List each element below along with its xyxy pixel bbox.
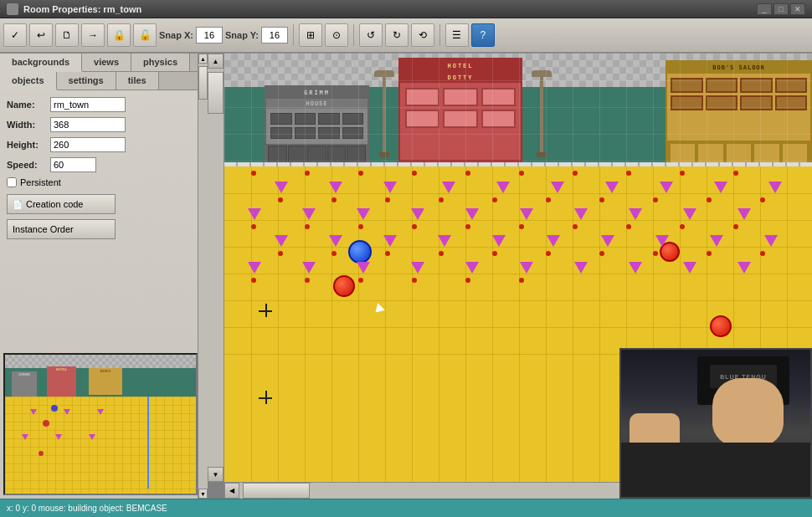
tri-r4-8 xyxy=(629,262,642,274)
buildings-container: GRIMM HOUSE xyxy=(224,54,812,166)
grimm-sign2: HOUSE xyxy=(266,99,367,109)
dot-r2-9 xyxy=(680,224,685,229)
flip-button[interactable]: ⟲ xyxy=(411,23,434,47)
tab-tiles[interactable]: tiles xyxy=(116,72,159,90)
name-row: Name: xyxy=(7,97,199,112)
rotate-left-button[interactable]: ↺ xyxy=(359,23,383,47)
dot-r2-3 xyxy=(358,224,363,229)
tri-r3-7 xyxy=(601,235,614,247)
snap-x-label: Snap X: xyxy=(159,30,193,40)
width-row: Width: xyxy=(7,117,199,132)
arrow-button[interactable]: → xyxy=(81,23,105,47)
window-controls[interactable]: _ □ ✕ xyxy=(757,3,805,15)
dot-r3-8 xyxy=(653,251,658,256)
tri-r2-4 xyxy=(411,208,424,220)
scroll-thumb-h[interactable] xyxy=(243,483,310,499)
dot-r4-1 xyxy=(251,278,256,283)
persistent-row: Persistent xyxy=(7,177,199,187)
canvas-scrollbar-v[interactable]: ▲ ▼ xyxy=(208,54,224,482)
separator-3 xyxy=(439,24,440,46)
status-text: x: 0 y: 0 mouse: building object: BEMCAS… xyxy=(7,504,167,513)
instance-order-label: Instance Order xyxy=(13,224,74,234)
dot-r2-6 xyxy=(519,224,524,229)
checkmark-button[interactable]: ✓ xyxy=(3,23,27,47)
dot-5 xyxy=(465,171,470,176)
help-button[interactable]: ? xyxy=(471,23,495,47)
person-body xyxy=(621,443,810,497)
close-button[interactable]: ✕ xyxy=(790,3,805,15)
webcam-person: BLUE TENGU xyxy=(621,350,810,497)
dot-r2-10 xyxy=(733,224,738,229)
maximize-button[interactable]: □ xyxy=(773,3,789,15)
tab-backgrounds[interactable]: backgrounds xyxy=(0,54,82,72)
statusbar: x: 0 y: 0 mouse: building object: BEMCAS… xyxy=(0,499,812,517)
tab-settings[interactable]: settings xyxy=(57,72,116,90)
tri-r2-1 xyxy=(248,208,261,220)
dot-r3-7 xyxy=(599,251,604,256)
name-input[interactable] xyxy=(50,97,126,112)
scroll-left-arrow[interactable]: ◀ xyxy=(224,483,239,499)
dot-r3 xyxy=(385,197,390,202)
tri-10 xyxy=(768,182,782,193)
tri-9 xyxy=(714,182,727,193)
saloon-sign: BOB'S SALOON xyxy=(667,62,810,74)
list-button[interactable]: ☰ xyxy=(445,23,469,47)
dot-r10 xyxy=(760,197,765,202)
width-label: Width: xyxy=(7,120,50,130)
tri-r3-6 xyxy=(547,235,560,247)
minimize-button[interactable]: _ xyxy=(757,3,772,15)
undo-button[interactable]: ↩ xyxy=(29,23,53,47)
canvas-area[interactable]: GRIMM HOUSE xyxy=(208,54,812,499)
snap-x-input[interactable] xyxy=(196,27,223,44)
new-button[interactable]: 🗋 xyxy=(55,23,79,47)
tri-4 xyxy=(442,182,455,193)
dot-r7 xyxy=(599,197,604,202)
instance-order-button[interactable]: Instance Order xyxy=(7,219,116,239)
grid-h-4 xyxy=(224,274,812,274)
grid-v-13 xyxy=(573,166,573,482)
dot-r3-5 xyxy=(492,251,497,256)
grid-v-4 xyxy=(331,166,332,482)
grid-button[interactable]: ⊞ xyxy=(299,23,322,47)
persistent-checkbox[interactable] xyxy=(7,177,17,187)
dot-r3-1 xyxy=(278,251,283,256)
lamp-post-1 xyxy=(379,70,389,166)
tri-r4-4 xyxy=(411,262,424,274)
dot-r4-3 xyxy=(358,278,363,283)
scroll-up-arrow[interactable]: ▲ xyxy=(208,54,224,69)
hotel-sign: HOTEL xyxy=(400,59,521,73)
tri-6 xyxy=(551,182,564,193)
lock-button[interactable]: 🔒 xyxy=(107,23,131,47)
tab-views[interactable]: views xyxy=(82,54,131,71)
tab-physics[interactable]: physics xyxy=(131,54,190,71)
snap-y-input[interactable] xyxy=(261,27,288,44)
bobs-saloon-building: BOB'S SALOON xyxy=(666,60,812,167)
tab-objects[interactable]: objects xyxy=(0,72,57,90)
width-input[interactable] xyxy=(50,117,126,132)
lock2-button[interactable]: 🔓 xyxy=(133,23,157,47)
rotate-right-button[interactable]: ↻ xyxy=(385,23,409,47)
tri-r2-5 xyxy=(465,208,479,220)
tri-r2-7 xyxy=(574,208,588,220)
height-input[interactable] xyxy=(50,137,126,152)
grimm-sign: GRIMM xyxy=(266,87,367,99)
dot-r2 xyxy=(331,197,337,202)
speed-input[interactable] xyxy=(50,157,96,172)
title-bar: Room Properties: rm_town _ □ ✕ xyxy=(0,0,812,18)
scroll-thumb-v[interactable] xyxy=(208,72,224,114)
grimm-house-building: GRIMM HOUSE xyxy=(265,85,369,169)
creation-code-button[interactable]: 📄 Creation code xyxy=(7,194,116,214)
main-area: backgrounds views physics objects settin… xyxy=(0,54,812,499)
tri-r4-7 xyxy=(574,262,588,274)
grid-h-3 xyxy=(224,247,812,248)
circle-button[interactable]: ⊙ xyxy=(325,23,348,47)
player-ball xyxy=(348,240,372,264)
left-panel-scrollbar[interactable]: ▲ ▼ xyxy=(198,54,208,499)
snap-y-label: Snap Y: xyxy=(225,30,259,40)
tab-row-2: objects settings tiles xyxy=(0,72,206,90)
dot-r9 xyxy=(707,197,712,202)
webcam-overlay: BLUE TENGU xyxy=(619,348,812,499)
dot-r3-9 xyxy=(707,251,712,256)
scroll-down-arrow[interactable]: ▼ xyxy=(208,467,224,482)
dot-7 xyxy=(573,171,578,176)
